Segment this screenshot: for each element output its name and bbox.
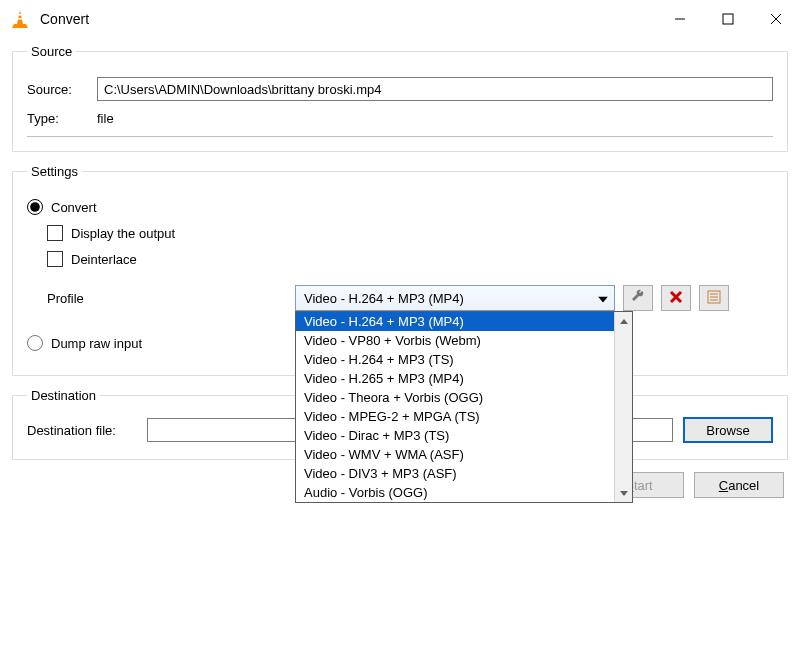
title-bar: Convert [0,0,800,38]
maximize-button[interactable] [704,0,752,38]
close-button[interactable] [752,0,800,38]
profile-option[interactable]: Video - H.264 + MP3 (TS) [296,350,614,369]
profile-option[interactable]: Video - VP80 + Vorbis (Webm) [296,331,614,350]
svg-marker-10 [620,491,628,496]
dropdown-scrollbar[interactable] [614,312,632,502]
svg-rect-5 [723,14,733,24]
type-value: file [97,109,114,128]
source-legend: Source [27,44,76,59]
profile-dropdown: Video - H.264 + MP3 (MP4) Video - VP80 +… [295,311,633,503]
profile-option[interactable]: Video - H.264 + MP3 (MP4) [296,312,614,331]
profile-option[interactable]: Video - Dirac + MP3 (TS) [296,426,614,445]
vlc-cone-icon [10,9,30,29]
destination-file-label: Destination file: [27,423,147,438]
window-title: Convert [40,11,656,27]
display-output-label: Display the output [71,226,175,241]
source-group: Source Source: Type: file [12,44,788,152]
profile-selected-text: Video - H.264 + MP3 (MP4) [304,291,464,306]
destination-legend: Destination [27,388,100,403]
browse-button[interactable]: Browse [683,417,773,443]
source-divider [27,136,773,137]
deinterlace-label: Deinterlace [71,252,137,267]
wrench-icon [630,289,646,308]
chevron-down-icon [598,291,608,306]
settings-group: Settings Convert Display the output Dein… [12,164,788,376]
dump-raw-label: Dump raw input [51,336,142,351]
svg-marker-3 [12,24,28,28]
source-path-input[interactable] [97,77,773,101]
display-output-checkbox[interactable] [47,225,63,241]
profile-option-list: Video - H.264 + MP3 (MP4) Video - VP80 +… [296,312,614,502]
source-label: Source: [27,82,97,97]
profile-option[interactable]: Video - Theora + Vorbis (OGG) [296,388,614,407]
edit-profile-button[interactable] [623,285,653,311]
new-profile-button[interactable] [699,285,729,311]
svg-marker-9 [620,319,628,324]
profile-option[interactable]: Video - H.265 + MP3 (MP4) [296,369,614,388]
deinterlace-checkbox[interactable] [47,251,63,267]
new-profile-icon [706,289,722,308]
svg-rect-1 [18,14,23,16]
svg-marker-0 [17,10,23,24]
start-button-rest: tart [634,478,653,493]
cancel-button[interactable]: Cancel [694,472,784,498]
profile-label: Profile [47,291,295,306]
profile-combobox[interactable]: Video - H.264 + MP3 (MP4) [295,285,615,311]
svg-marker-8 [598,297,608,303]
dump-raw-radio[interactable] [27,335,43,351]
profile-option[interactable]: Audio - Vorbis (OGG) [296,483,614,502]
delete-profile-button[interactable] [661,285,691,311]
delete-x-icon [669,290,683,307]
svg-rect-2 [17,18,23,20]
scroll-up-icon[interactable] [615,312,632,330]
profile-option[interactable]: Video - DIV3 + MP3 (ASF) [296,464,614,483]
minimize-button[interactable] [656,0,704,38]
type-label: Type: [27,111,97,126]
cancel-button-rest: ancel [728,478,759,493]
scroll-down-icon[interactable] [615,484,632,502]
convert-radio[interactable] [27,199,43,215]
settings-legend: Settings [27,164,82,179]
profile-option[interactable]: Video - WMV + WMA (ASF) [296,445,614,464]
convert-radio-label: Convert [51,200,97,215]
profile-option[interactable]: Video - MPEG-2 + MPGA (TS) [296,407,614,426]
